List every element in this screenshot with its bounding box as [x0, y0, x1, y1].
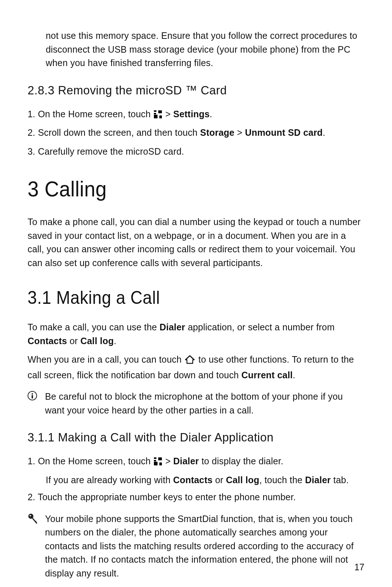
heading-3-1-1: 3.1.1 Making a Call with the Dialer Appl…	[28, 430, 364, 444]
step-1-remove-sd: 1. On the Home screen, touch > Settings.	[28, 107, 364, 121]
heading-3-1: 3.1 Making a Call	[28, 287, 364, 308]
apps-grid-icon	[154, 110, 162, 118]
note-text: Be careful not to block the microphone a…	[45, 390, 364, 417]
step-2-remove-sd: 2. Scroll down the screen, and then touc…	[28, 126, 364, 140]
svg-point-1	[30, 515, 31, 516]
home-icon	[185, 355, 195, 368]
page-number: 17	[354, 562, 364, 572]
tip-block-smartdial: Your mobile phone supports the SmartDial…	[28, 512, 364, 580]
tip-icon	[28, 513, 38, 523]
apps-grid-icon	[154, 457, 162, 465]
heading-3-calling: 3 Calling	[28, 176, 364, 201]
calling-intro: To make a phone call, you can dial a num…	[28, 215, 364, 270]
making-call-p2: When you are in a call, you can touch to…	[28, 353, 364, 382]
note-block-microphone: Be careful not to block the microphone a…	[28, 390, 364, 417]
step-2-dialer: 2. Touch the appropriate number keys to …	[28, 490, 364, 504]
step-3-remove-sd: 3. Carefully remove the microSD card.	[28, 145, 364, 159]
intro-paragraph: not use this memory space. Ensure that y…	[28, 29, 364, 70]
step-1-dialer: 1. On the Home screen, touch > Dialer to…	[28, 454, 364, 468]
making-call-p1: To make a call, you can use the Dialer a…	[28, 321, 364, 348]
tip-text: Your mobile phone supports the SmartDial…	[45, 512, 364, 580]
heading-2-8-3: 2.8.3 Removing the microSD ™ Card	[28, 83, 364, 97]
step-1-dialer-sub: If you are already working with Contacts…	[28, 473, 364, 487]
info-icon	[28, 391, 37, 400]
